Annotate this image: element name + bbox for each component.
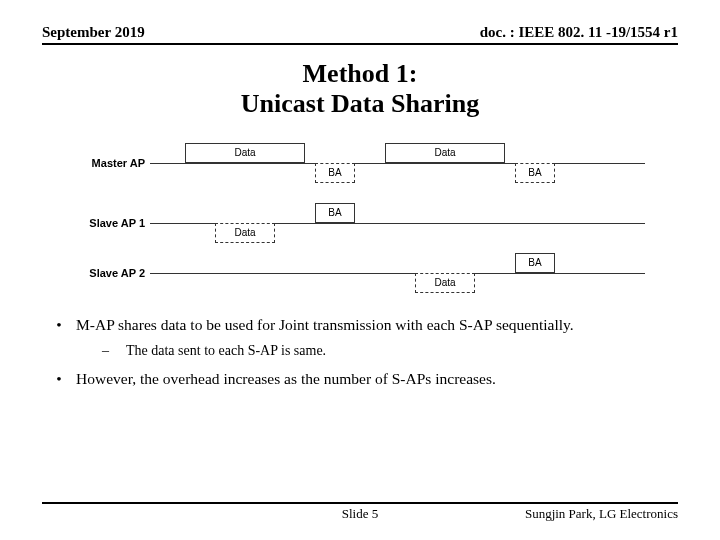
timing-diagram: Master AP Slave AP 1 Slave AP 2 Data BA … [75, 135, 645, 295]
bullet-1-text: M-AP shares data to be used for Joint tr… [76, 315, 574, 336]
slide-title: Method 1: Unicast Data Sharing [42, 59, 678, 119]
bullet-2-text: However, the overhead increases as the n… [76, 369, 496, 390]
bullet-2: • However, the overhead increases as the… [42, 369, 678, 390]
title-line-1: Method 1: [42, 59, 678, 89]
timeline-slave2 [150, 273, 645, 274]
bullet-list: • M-AP shares data to be used for Joint … [42, 315, 678, 396]
box-data-echo-1: Data [215, 223, 275, 243]
box-ba-2b: BA [515, 253, 555, 273]
box-ba-1b: BA [315, 203, 355, 223]
bullet-marker: • [42, 315, 76, 336]
box-data-echo-2: Data [415, 273, 475, 293]
box-ba-1a: BA [315, 163, 355, 183]
row-label-slave1: Slave AP 1 [75, 217, 145, 229]
row-label-master: Master AP [75, 157, 145, 169]
bullet-1: • M-AP shares data to be used for Joint … [42, 315, 678, 336]
bullet-1-sub-text: The data sent to each S-AP is same. [126, 342, 326, 361]
title-line-2: Unicast Data Sharing [42, 89, 678, 119]
box-ba-2a: BA [515, 163, 555, 183]
slide-header: September 2019 doc. : IEEE 802. 11 -19/1… [42, 24, 678, 45]
slide-footer: Slide 5 Sungjin Park, LG Electronics [42, 504, 678, 522]
bullet-marker: • [42, 369, 76, 390]
box-data-2: Data [385, 143, 505, 163]
header-date: September 2019 [42, 24, 145, 41]
bullet-1-sub: – The data sent to each S-AP is same. [102, 342, 678, 361]
sub-bullet-marker: – [102, 342, 126, 361]
box-data-1: Data [185, 143, 305, 163]
timeline-master [150, 163, 645, 164]
header-docnum: doc. : IEEE 802. 11 -19/1554 r1 [480, 24, 678, 41]
row-label-slave2: Slave AP 2 [75, 267, 145, 279]
footer-slide-num: Slide 5 [42, 506, 678, 522]
